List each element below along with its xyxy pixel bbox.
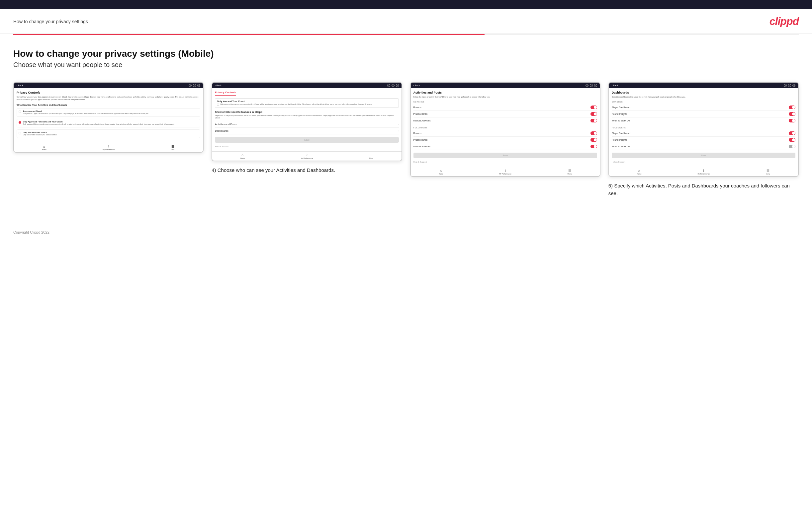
page-title: How to change your privacy settings (Mob… bbox=[13, 48, 799, 59]
back-button-1[interactable]: ‹ Back bbox=[16, 84, 23, 87]
toggle-switch-player-followers[interactable] bbox=[789, 131, 796, 135]
toggle-rounds-followers[interactable]: Rounds bbox=[413, 130, 597, 137]
nav-performance-4[interactable]: ⌇ My Performance bbox=[698, 169, 710, 175]
nav-menu-4[interactable]: ☰ Menu bbox=[766, 169, 770, 175]
back-button-2[interactable]: ‹ Back bbox=[215, 84, 221, 87]
help-row-3: Help & Support bbox=[413, 160, 597, 164]
search-icon-2[interactable]: ☌ bbox=[387, 84, 390, 87]
nav-performance-3[interactable]: ⌇ My Performance bbox=[499, 169, 511, 175]
phone-mockup-4: ‹ Back ☌ ☺ ⚙ Dashboards Select the dashb… bbox=[608, 82, 799, 177]
phone-topbar-3: ‹ Back ☌ ☺ ⚙ bbox=[411, 82, 600, 88]
nav-home-4[interactable]: ⌂ Home bbox=[637, 169, 641, 175]
search-icon-1[interactable]: ☌ bbox=[189, 84, 192, 87]
phone-mockup-1: ‹ Back ☌ ☺ ⚙ Privacy Controls Control ho… bbox=[13, 82, 204, 153]
phone-topbar-2: ‹ Back ☌ ☺ ⚙ bbox=[212, 82, 401, 88]
back-button-4[interactable]: ‹ Back bbox=[612, 84, 618, 87]
toggle-switch-manual-coaches[interactable] bbox=[591, 119, 597, 122]
radio-circle-approved bbox=[18, 121, 21, 124]
phone-body-2: Privacy Controls Only You and Your Coach… bbox=[212, 88, 401, 151]
activities-posts-desc: Select the types of activity that you'd … bbox=[413, 96, 597, 98]
radio-everyone[interactable]: Everyone on Clippd Everyone on Clippd ca… bbox=[16, 108, 200, 117]
chart-icon-2: ⌇ bbox=[306, 153, 308, 157]
save-button-3[interactable]: Save bbox=[413, 153, 597, 158]
nav-menu-1[interactable]: ☰ Menu bbox=[171, 145, 175, 151]
logo: clippd bbox=[769, 15, 799, 27]
toggle-switch-what-coaches[interactable] bbox=[789, 119, 796, 122]
toggle-manual-followers[interactable]: Manual Activities bbox=[413, 143, 597, 150]
nav-home-1[interactable]: ⌂ Home bbox=[42, 145, 46, 151]
toggle-switch-drills-followers[interactable] bbox=[591, 138, 597, 142]
toggle-switch-manual-followers[interactable] bbox=[591, 145, 597, 148]
nav-home-3[interactable]: ⌂ Home bbox=[439, 169, 443, 175]
main-content: How to change your privacy settings (Mob… bbox=[0, 35, 812, 224]
nav-performance-1[interactable]: ⌇ My Performance bbox=[103, 145, 115, 151]
copyright: Copyright Clippd 2022 bbox=[13, 230, 49, 234]
phone-mockup-3: ‹ Back ☌ ☺ ⚙ Activities and Posts Select… bbox=[410, 82, 601, 177]
radio-approved[interactable]: Only Approved Followers and Your Coach O… bbox=[16, 119, 200, 127]
nav-performance-2[interactable]: ⌇ My Performance bbox=[301, 153, 313, 159]
settings-icon-2[interactable]: ⚙ bbox=[396, 84, 399, 87]
toggle-what-to-work-followers[interactable]: What To Work On bbox=[612, 143, 796, 150]
nav-menu-2[interactable]: ☰ Menu bbox=[369, 153, 373, 159]
privacy-controls-title-1: Privacy Controls bbox=[16, 91, 200, 94]
caption-4: 4) Choose who can see your Activities an… bbox=[211, 167, 402, 174]
dashboards-row[interactable]: Dashboards › bbox=[215, 128, 399, 134]
radio-circle-everyone bbox=[18, 111, 21, 113]
page-subtitle: Choose what you want people to see bbox=[13, 61, 799, 69]
show-hide-title: Show or hide specific features in Clippd bbox=[215, 111, 399, 113]
chart-icon-3: ⌇ bbox=[504, 169, 506, 173]
person-icon-1[interactable]: ☺ bbox=[193, 84, 196, 87]
toggle-round-insights-coaches[interactable]: Round Insights bbox=[612, 111, 796, 117]
screen1-col: ‹ Back ☌ ☺ ⚙ Privacy Controls Control ho… bbox=[13, 82, 204, 197]
toggle-switch-rounds-coaches[interactable] bbox=[591, 106, 597, 109]
save-button-4[interactable]: Save bbox=[612, 153, 796, 158]
back-button-3[interactable]: ‹ Back bbox=[413, 84, 420, 87]
phone-topbar-4: ‹ Back ☌ ☺ ⚙ bbox=[609, 82, 798, 88]
phone-body-1: Privacy Controls Control how you and you… bbox=[14, 88, 203, 143]
menu-icon-1: ☰ bbox=[171, 145, 174, 148]
phone-body-3: Activities and Posts Select the types of… bbox=[411, 88, 600, 167]
topbar-icons-4: ☌ ☺ ⚙ bbox=[784, 84, 796, 87]
toggle-switch-rounds-followers[interactable] bbox=[591, 131, 597, 135]
toggle-switch-round-coaches[interactable] bbox=[789, 112, 796, 116]
help-row-4: Help & Support bbox=[612, 160, 796, 164]
toggle-rounds-coaches[interactable]: Rounds bbox=[413, 104, 597, 111]
radio-only-you[interactable]: Only You and Your Coach Only you and the… bbox=[16, 129, 200, 138]
back-chevron-3: ‹ bbox=[413, 84, 414, 87]
toggle-what-to-work-coaches[interactable]: What To Work On bbox=[612, 117, 796, 124]
toggle-switch-what-followers[interactable] bbox=[789, 145, 796, 148]
nav-home-2[interactable]: ⌂ Home bbox=[241, 153, 245, 159]
menu-icon-4: ☰ bbox=[766, 169, 769, 173]
activities-posts-row[interactable]: Activities and Posts › bbox=[215, 121, 399, 128]
search-icon-3[interactable]: ☌ bbox=[586, 84, 589, 87]
radio-content-everyone: Everyone on Clippd Everyone on Clippd ca… bbox=[23, 110, 149, 115]
toggle-drills-followers[interactable]: Practice Drills bbox=[413, 137, 597, 143]
person-icon-3[interactable]: ☺ bbox=[590, 84, 593, 87]
settings-icon-1[interactable]: ⚙ bbox=[197, 84, 200, 87]
menu-icon-2: ☰ bbox=[370, 153, 373, 157]
toggle-round-insights-followers[interactable]: Round Insights bbox=[612, 137, 796, 143]
toggle-switch-player-coaches[interactable] bbox=[789, 106, 796, 109]
topbar-icons-2: ☌ ☺ ⚙ bbox=[387, 84, 399, 87]
dashboards-title: Dashboards bbox=[612, 91, 796, 94]
toggle-player-dash-coaches[interactable]: Player Dashboard bbox=[612, 104, 796, 111]
radio-content-approved: Only Approved Followers and Your Coach O… bbox=[23, 121, 174, 125]
radio-circle-only-you bbox=[18, 132, 21, 134]
person-icon-2[interactable]: ☺ bbox=[392, 84, 395, 87]
toggle-drills-coaches[interactable]: Practice Drills bbox=[413, 111, 597, 117]
search-icon-4[interactable]: ☌ bbox=[784, 84, 787, 87]
settings-icon-3[interactable]: ⚙ bbox=[594, 84, 597, 87]
activities-posts-title: Activities and Posts bbox=[413, 91, 597, 94]
screenshots-section: ‹ Back ☌ ☺ ⚙ Privacy Controls Control ho… bbox=[13, 82, 799, 197]
toggle-switch-round-followers[interactable] bbox=[789, 138, 796, 142]
header: How to change your privacy settings clip… bbox=[0, 9, 812, 34]
toggle-player-dash-followers[interactable]: Player Dashboard bbox=[612, 130, 796, 137]
toggle-manual-coaches[interactable]: Manual Activities bbox=[413, 117, 597, 124]
topbar-icons-1: ☌ ☺ ⚙ bbox=[189, 84, 200, 87]
person-icon-4[interactable]: ☺ bbox=[788, 84, 791, 87]
save-button-2[interactable]: Save bbox=[215, 137, 399, 143]
toggle-switch-drills-coaches[interactable] bbox=[591, 112, 597, 116]
privacy-tab-2[interactable]: Privacy Controls bbox=[215, 91, 236, 96]
nav-menu-3[interactable]: ☰ Menu bbox=[568, 169, 572, 175]
settings-icon-4[interactable]: ⚙ bbox=[793, 84, 796, 87]
